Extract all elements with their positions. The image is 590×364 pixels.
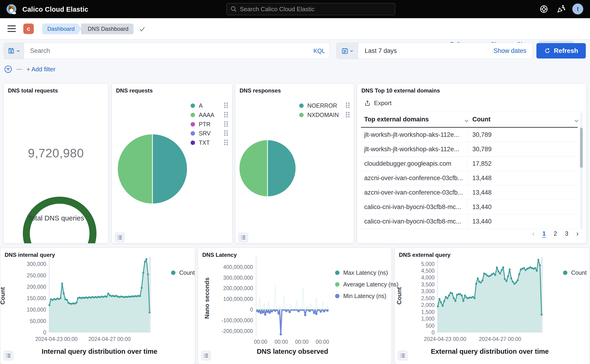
legend-toggle-button[interactable]: [115, 232, 125, 243]
refresh-button-label: Refresh: [554, 47, 578, 55]
svg-text:00:00: 00:00: [274, 339, 288, 345]
legend-item[interactable]: Count: [171, 269, 195, 276]
page-button-2[interactable]: 2: [554, 230, 557, 237]
time-range-value[interactable]: Last 7 days: [358, 43, 487, 59]
drag-handle-icon[interactable]: [224, 112, 228, 118]
saved-query-menu-button[interactable]: [4, 43, 24, 59]
calico-logo-icon[interactable]: [6, 4, 17, 14]
svg-text:4,500: 4,500: [421, 268, 434, 274]
table-row[interactable]: azcni-over-ivan-conference-03cfb...13,44…: [357, 171, 578, 186]
drag-handle-icon[interactable]: [224, 121, 228, 127]
y-axis-title: Count: [396, 287, 403, 305]
list-icon: [117, 234, 123, 240]
legend-dot: [171, 271, 175, 275]
drag-handle-icon[interactable]: [346, 103, 350, 109]
whats-new-icon[interactable]: [557, 5, 565, 13]
avatar-initial: t: [577, 5, 579, 13]
kql-syntax-button[interactable]: KQL: [309, 43, 330, 59]
legend-item[interactable]: Average Latency (ns): [335, 280, 398, 288]
kql-search-input[interactable]: Search: [24, 43, 309, 59]
gauge-caption: Total DNS queries: [4, 214, 108, 222]
pie-chart[interactable]: [112, 84, 232, 243]
panel-title: DNS external query: [399, 252, 450, 258]
legend-toggle-button[interactable]: [3, 351, 13, 361]
table-row[interactable]: jlt-worksh-jlt-workshop-aks-112e...30,78…: [357, 142, 578, 156]
svg-text:2024-04-27 00:00: 2024-04-27 00:00: [479, 336, 521, 342]
table-row[interactable]: azcni-over-ivan-conference-03cfb...13,44…: [357, 186, 578, 200]
divider: [357, 112, 586, 112]
svg-text:400,000,000: 400,000,000: [223, 264, 253, 270]
legend-dot: [335, 271, 339, 275]
help-icon[interactable]: [539, 5, 548, 13]
search-icon: [230, 6, 237, 12]
scrollbar-thumb[interactable]: [580, 128, 583, 168]
global-search-input[interactable]: Search Calico Cloud Elastic: [227, 3, 395, 15]
gauge-value: 9,720,980: [4, 146, 108, 160]
user-avatar[interactable]: t: [572, 4, 583, 14]
legend-item[interactable]: Count: [563, 269, 587, 276]
table-row[interactable]: jlt-worksh-jlt-workshop-aks-112e...30,78…: [357, 128, 578, 142]
legend-item[interactable]: AAAA: [191, 111, 214, 119]
svg-text:150,000: 150,000: [27, 295, 46, 301]
time-quick-menu-button[interactable]: [337, 43, 358, 59]
space-badge[interactable]: c: [23, 24, 34, 34]
line-chart[interactable]: -200,000,000-100,000,0000100,000,000200,…: [198, 248, 391, 364]
legend-toggle-button[interactable]: [397, 351, 408, 361]
table-row[interactable]: calico-cni-ivan-byocni-03cfb8-mc...13,44…: [357, 200, 578, 214]
svg-text:2024-04-23 00:00: 2024-04-23 00:00: [35, 336, 78, 342]
drag-handle-icon[interactable]: [224, 140, 228, 146]
legend-item[interactable]: TXT: [191, 139, 210, 146]
breadcrumb-dashboard[interactable]: Dashboard: [42, 24, 78, 34]
svg-text:3,000: 3,000: [421, 288, 434, 294]
legend-dot: [191, 131, 195, 136]
export-button[interactable]: Export: [364, 99, 391, 107]
export-icon: [364, 100, 371, 106]
breadcrumb-current[interactable]: DNS Dashboard: [81, 24, 134, 34]
column-header-domains[interactable]: Top external domains: [364, 116, 429, 123]
area-chart[interactable]: 050,000100,000150,000200,000250,000300,0…: [0, 248, 195, 364]
legend-item[interactable]: A: [191, 102, 203, 109]
calendar-icon: [341, 47, 348, 54]
area-chart[interactable]: 05001,0001,5002,0002,5003,0003,5004,0004…: [395, 248, 590, 364]
refresh-button[interactable]: Refresh: [536, 43, 586, 58]
kql-search-placeholder: Search: [30, 47, 50, 55]
filter-icon[interactable]: [4, 65, 12, 73]
table-body: jlt-worksh-jlt-workshop-aks-112e...30,78…: [357, 128, 578, 229]
page-button-3[interactable]: 3: [565, 230, 568, 237]
column-header-count[interactable]: Count: [472, 116, 491, 123]
sort-chevron-icon[interactable]: [464, 118, 469, 123]
page-button-1[interactable]: 1: [543, 230, 546, 237]
legend-item[interactable]: Min Latency (ns): [335, 292, 386, 300]
chart-subtitle: DNS latency observed: [257, 348, 328, 355]
legend-item[interactable]: NXDOMAIN: [299, 111, 339, 119]
y-axis-title: Count: [0, 287, 6, 305]
svg-text:0: 0: [43, 330, 46, 336]
table-row[interactable]: calico-cni-ivan-byocni-03cfb8-mc...13,44…: [357, 214, 578, 229]
previous-page-button[interactable]: ‹: [532, 229, 535, 237]
domain-cell: clouddebugger.googleapis.com: [364, 160, 451, 167]
legend-toggle-button[interactable]: [201, 351, 211, 361]
legend-toggle-button[interactable]: [238, 232, 248, 243]
chart-subtitle: External query distribution over time: [431, 348, 549, 355]
legend-item[interactable]: PTR: [191, 120, 210, 128]
export-label: Export: [374, 99, 391, 107]
sort-chevron-icon[interactable]: [574, 118, 579, 123]
panel-title: DNS total requests: [8, 87, 58, 94]
next-page-button[interactable]: ›: [576, 229, 579, 237]
drag-handle-icon[interactable]: [224, 103, 228, 109]
menu-icon[interactable]: [7, 25, 16, 33]
legend-item[interactable]: SRV: [191, 130, 211, 137]
svg-text:1,500: 1,500: [421, 309, 434, 315]
show-dates-button[interactable]: Show dates: [487, 43, 532, 59]
drag-handle-icon[interactable]: [346, 112, 350, 118]
legend-item[interactable]: Max Latency (ns): [335, 269, 388, 276]
date-picker-bar: Last 7 days Show dates: [337, 43, 533, 59]
scrollbar-track[interactable]: [580, 113, 583, 229]
legend-label: TXT: [199, 139, 210, 146]
drag-handle-icon[interactable]: [224, 130, 228, 136]
legend-label: SRV: [199, 130, 211, 137]
add-filter-button[interactable]: + Add filter: [26, 66, 55, 73]
table-row[interactable]: clouddebugger.googleapis.com17,852: [357, 156, 578, 171]
table-header: Top external domains Count: [357, 113, 586, 127]
legend-item[interactable]: NOERROR: [299, 102, 337, 109]
